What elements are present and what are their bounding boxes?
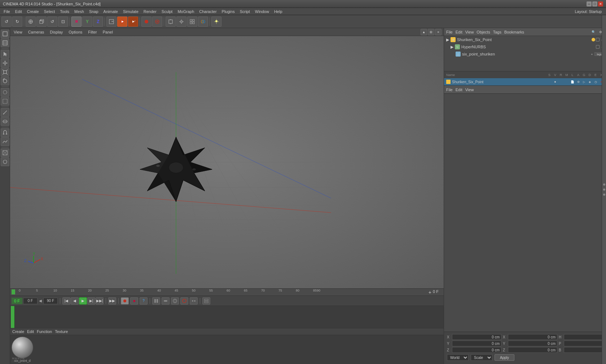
- vp-menu-options[interactable]: Options: [67, 29, 84, 35]
- scale-button[interactable]: ⊡: [58, 17, 68, 27]
- record-button[interactable]: [121, 297, 129, 305]
- attr-row-shuriken[interactable]: Shuriken_Six_Point ● 📄 ⚙ ▷ ◈ ◷ ✕: [444, 78, 606, 85]
- z-size-input[interactable]: [508, 347, 557, 353]
- menu-help[interactable]: Help: [272, 9, 285, 14]
- vp-menu-cameras[interactable]: Cameras: [27, 29, 46, 35]
- status-color-shuriken[interactable]: [592, 38, 595, 41]
- obj-row-hypernurbs[interactable]: ▶ N HyperNURBS ✓: [444, 43, 606, 50]
- menu-tools[interactable]: Tools: [58, 9, 71, 14]
- mode-texture[interactable]: [1, 39, 9, 47]
- help-button[interactable]: ?: [140, 297, 148, 305]
- h-rot-input[interactable]: [564, 334, 606, 340]
- tool-rotate[interactable]: [1, 77, 9, 85]
- menu-sculpt[interactable]: Sculpt: [159, 9, 175, 14]
- obj-row-six-point[interactable]: △ six_point_shuriken ● tags: [444, 50, 606, 58]
- y-pos-input[interactable]: [452, 341, 501, 346]
- minimize-button[interactable]: ─: [587, 1, 592, 6]
- goto-start-button[interactable]: |◀: [62, 297, 70, 305]
- timeline-plus-button[interactable]: +: [429, 289, 431, 295]
- transform-button[interactable]: [166, 17, 176, 27]
- status-dot-six-point[interactable]: ●: [590, 52, 594, 56]
- coord-mode-dropdown[interactable]: Scale: [471, 354, 492, 361]
- tool-select[interactable]: [1, 50, 9, 58]
- attr-menu-edit[interactable]: Edit: [456, 88, 462, 92]
- grid-button[interactable]: [187, 17, 197, 27]
- stereo-button[interactable]: [198, 17, 208, 27]
- status-check-hypernurbs[interactable]: [596, 45, 600, 49]
- close-button[interactable]: ✕: [598, 1, 603, 6]
- tool-brush[interactable]: [1, 117, 9, 126]
- b-rot-input[interactable]: [564, 347, 606, 353]
- tool-rect-select[interactable]: [1, 97, 9, 106]
- mode-model[interactable]: [1, 30, 9, 38]
- attr-menu-file[interactable]: File: [446, 88, 453, 92]
- x-pos-input[interactable]: [452, 334, 501, 340]
- menu-character[interactable]: Character: [197, 9, 219, 14]
- menu-plugins[interactable]: Plugins: [220, 9, 237, 14]
- obj-mgr-menu-objects[interactable]: Objects: [477, 30, 490, 34]
- z-pos-input[interactable]: [452, 347, 501, 353]
- snap-toggle-button[interactable]: [176, 17, 186, 27]
- stop-button[interactable]: ■: [130, 297, 138, 305]
- obj-mgr-menu-edit[interactable]: Edit: [456, 30, 462, 34]
- motion-btn1[interactable]: [152, 297, 160, 305]
- coord-space-dropdown[interactable]: World: [447, 354, 469, 361]
- menu-snap[interactable]: Snap: [87, 9, 101, 14]
- obj-mgr-menu-bookmarks[interactable]: Bookmarks: [504, 30, 524, 34]
- obj-mgr-menu-tags[interactable]: Tags: [493, 30, 501, 34]
- vp-menu-panel[interactable]: Panel: [101, 29, 114, 35]
- motion-btn5[interactable]: [190, 297, 198, 305]
- p-rot-input[interactable]: [564, 341, 606, 346]
- y-size-input[interactable]: [508, 341, 557, 346]
- redo-button[interactable]: ↻: [12, 17, 22, 27]
- render-region-button[interactable]: [106, 17, 117, 27]
- frame-input[interactable]: [23, 298, 38, 304]
- tool-knife[interactable]: [1, 108, 9, 117]
- y-axis-button[interactable]: Y: [82, 17, 92, 27]
- menu-mesh[interactable]: Mesh: [72, 9, 86, 14]
- cube-button[interactable]: [36, 17, 47, 27]
- vp-maximize-button[interactable]: ▲: [421, 29, 427, 35]
- timeline-layout-button[interactable]: [202, 297, 210, 305]
- motion-btn4[interactable]: [180, 297, 188, 305]
- tool-live-select[interactable]: [1, 88, 9, 97]
- obj-mgr-menu-file[interactable]: File: [446, 30, 453, 34]
- undo-button[interactable]: ↺: [1, 17, 12, 27]
- frame-end-input[interactable]: [43, 298, 58, 304]
- mat-menu-function[interactable]: Function: [37, 329, 52, 334]
- vp-fullscreen-button[interactable]: ⊞: [428, 29, 434, 35]
- timeline-content[interactable]: [10, 306, 444, 328]
- menu-render[interactable]: Render: [141, 9, 159, 14]
- tool-magnet[interactable]: [1, 128, 9, 137]
- tool-spline[interactable]: [1, 157, 9, 166]
- menu-file[interactable]: File: [1, 9, 12, 14]
- status-check-shuriken[interactable]: [596, 38, 600, 41]
- vp-menu-display[interactable]: Display: [48, 29, 64, 35]
- vp-menu-filter[interactable]: Filter: [87, 29, 98, 35]
- step-back-button[interactable]: ◀: [71, 297, 79, 305]
- render-settings-button[interactable]: [128, 17, 138, 27]
- autokey-button[interactable]: [152, 17, 162, 27]
- z-axis-button[interactable]: Z: [93, 17, 103, 27]
- menu-script[interactable]: Script: [238, 9, 252, 14]
- tool-poly[interactable]: [1, 148, 9, 157]
- tool-scale[interactable]: [1, 68, 9, 76]
- material-sphere-preview[interactable]: [12, 337, 33, 358]
- apply-button[interactable]: Apply: [495, 354, 514, 361]
- menu-simulate[interactable]: Simulate: [121, 9, 141, 14]
- rotate-button[interactable]: ↺: [47, 17, 57, 27]
- menu-mograph[interactable]: MoGraph: [175, 9, 196, 14]
- tool-move[interactable]: [1, 59, 9, 67]
- record-active-button[interactable]: [141, 17, 152, 27]
- light-button[interactable]: [211, 17, 221, 27]
- mat-menu-texture[interactable]: Texture: [55, 329, 68, 334]
- menu-create[interactable]: Create: [25, 9, 41, 14]
- play-button[interactable]: ▶: [79, 297, 87, 305]
- render-button[interactable]: [117, 17, 127, 27]
- obj-mgr-menu-view[interactable]: View: [465, 30, 474, 34]
- goto-end-button[interactable]: ▶▶|: [96, 297, 104, 305]
- mat-menu-edit[interactable]: Edit: [27, 329, 34, 334]
- obj-mgr-search-icon[interactable]: 🔍: [590, 29, 597, 35]
- vp-menu-view[interactable]: View: [12, 29, 24, 35]
- maximize-button[interactable]: □: [592, 1, 597, 6]
